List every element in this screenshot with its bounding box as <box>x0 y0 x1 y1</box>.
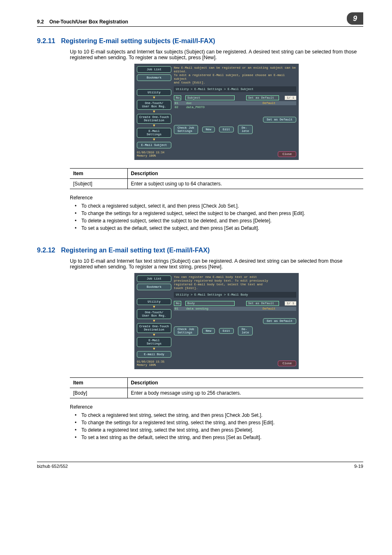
edit-button[interactable]: Edit <box>219 328 234 334</box>
table-header-item: Item <box>70 378 127 388</box>
table-cell-item: [Body] <box>70 388 127 398</box>
list-item: To check a registered subject, select it… <box>70 202 363 210</box>
sidebar-email-settings[interactable]: E-Mail Settings <box>137 128 171 138</box>
running-header: 9.2 One-Touch/User Box Registration 9 <box>37 12 363 27</box>
sidebar-email-settings[interactable]: E-Mail Settings <box>137 337 171 347</box>
breadcrumb: Utility > E-Mail Settings > E-Mail Subje… <box>174 86 296 92</box>
sidebar-email-body[interactable]: E-mail Body <box>137 351 171 358</box>
sidebar-utility[interactable]: Utility <box>137 298 171 305</box>
bookmark-button[interactable]: Bookmark <box>137 284 171 290</box>
column-header-no: No. <box>174 95 181 100</box>
page-counter: 1/ 1 <box>285 301 296 305</box>
set-as-default-button[interactable]: Set as Default <box>263 318 296 324</box>
running-title: 9.2 One-Touch/User Box Registration <box>37 19 128 25</box>
column-header-default: Set as Default <box>246 301 279 306</box>
arrow-down-icon: ▼ <box>137 320 171 322</box>
column-header-subject: Subject <box>185 95 235 100</box>
sidebar-one-touch[interactable]: One-Touch/ User Box Reg. <box>137 309 171 319</box>
delete-button[interactable]: De- lete <box>238 125 253 134</box>
screen-email-subject: Job List Bookmark Utility ▼ One-Touch/ U… <box>134 64 299 160</box>
set-as-default-button[interactable]: Set as Default <box>263 117 296 123</box>
list-item: To delete a registered text string, sele… <box>70 426 363 434</box>
sidebar-one-touch[interactable]: One-Touch/ User Box Reg. <box>137 100 171 110</box>
list-item: To set a text string as the default, sel… <box>70 434 363 441</box>
page-counter: 1/ 1 <box>285 96 296 100</box>
page-footer: bizhub 652/552 9-19 <box>37 462 363 469</box>
section-title: Registering E-mail setting subjects (E-m… <box>61 37 215 45</box>
new-button[interactable]: New <box>202 127 215 132</box>
intro-paragraph: Up to 10 E-mail subjects and Internet fa… <box>70 49 363 60</box>
column-header-no: No. <box>174 301 181 306</box>
arrow-down-icon: ▼ <box>137 334 171 336</box>
table-cell-item: [Subject] <box>70 179 127 189</box>
list-item: To check a registered text string, selec… <box>70 412 363 419</box>
screen-email-body: Job List Bookmark Utility ▼ One-Touch/ U… <box>134 273 299 369</box>
reference-label: Reference <box>70 195 363 201</box>
hint-text: New E-Mail subject can be registered or … <box>174 66 296 85</box>
close-button[interactable]: Close <box>278 361 296 366</box>
arrow-down-icon: ▼ <box>137 348 171 350</box>
footer-model: bizhub 652/552 <box>37 464 68 469</box>
definition-table: ItemDescription [Subject]Enter a subject… <box>70 168 363 189</box>
reference-label: Reference <box>70 404 363 410</box>
table-header-item: Item <box>70 169 127 179</box>
chapter-badge: 9 <box>347 12 363 25</box>
arrow-down-icon: ▼ <box>137 139 171 141</box>
column-header-body: Body <box>185 301 235 306</box>
sidebar-create-destination[interactable]: Create One-Touch Destination <box>137 323 171 333</box>
list-row[interactable]: 02 data_PHOTO <box>174 105 296 109</box>
table-header-description: Description <box>127 169 363 179</box>
footer-page: 9-19 <box>354 464 363 469</box>
arrow-down-icon: ▼ <box>137 125 171 127</box>
job-list-button[interactable]: Job List <box>137 275 171 282</box>
intro-paragraph: Up to 10 E-mail and Internet fax text st… <box>70 258 363 270</box>
list-item: To change the settings for a registered … <box>70 419 363 426</box>
definition-table: ItemDescription [Body]Enter a body messa… <box>70 377 363 398</box>
arrow-down-icon: ▼ <box>137 306 171 308</box>
arrow-down-icon: ▼ <box>137 97 171 99</box>
check-job-settings-button[interactable]: Check Job Settings <box>174 125 198 134</box>
bookmark-button[interactable]: Bookmark <box>137 74 171 81</box>
table-cell-description: Enter a subject using up to 64 character… <box>127 179 363 189</box>
section-title: Registering an E-mail setting text (E-ma… <box>61 247 210 254</box>
sidebar-utility[interactable]: Utility <box>137 89 171 96</box>
section-number: 9.2.11 <box>37 37 55 45</box>
close-button[interactable]: Close <box>278 151 296 157</box>
arrow-down-icon: ▼ <box>137 111 171 113</box>
list-row[interactable]: 01 doc Default <box>174 101 296 105</box>
status-info: 01/06/2010 15:35 Memory 100% <box>137 360 164 367</box>
reference-list: To check a registered text string, selec… <box>70 412 363 441</box>
column-header-default: Set as Default <box>246 95 279 100</box>
reference-list: To check a registered subject, select it… <box>70 202 363 232</box>
table-cell-description: Enter a body message using up to 256 cha… <box>127 388 363 398</box>
section-heading-9-2-12: 9.2.12 Registering an E-mail setting tex… <box>37 247 363 254</box>
delete-button[interactable]: De- lete <box>238 326 253 335</box>
list-item: To change the settings for a registered … <box>70 210 363 217</box>
job-list-button[interactable]: Job List <box>137 66 171 73</box>
table-header-description: Description <box>127 378 363 388</box>
list-item: To delete a registered subject, select t… <box>70 217 363 224</box>
sidebar-create-destination[interactable]: Create One-Touch Destination <box>137 114 171 124</box>
sidebar-email-subject[interactable]: E-Mail Subject <box>137 142 171 148</box>
edit-button[interactable]: Edit <box>219 127 234 132</box>
status-info: 01/06/2010 15:34 Memory 100% <box>137 151 164 157</box>
new-button[interactable]: New <box>202 328 215 334</box>
section-number: 9.2.12 <box>37 247 55 254</box>
list-item: To set a subject as the default, select … <box>70 224 363 232</box>
hint-text: You can register new E-mail body text or… <box>174 275 296 290</box>
list-row[interactable]: 01 data sending Default <box>174 307 296 311</box>
check-job-settings-button[interactable]: Check Job Settings <box>174 326 198 335</box>
section-heading-9-2-11: 9.2.11 Registering E-mail setting subjec… <box>37 37 363 45</box>
breadcrumb: Utility > E-Mail Settings > E-Mail Body <box>174 292 296 298</box>
